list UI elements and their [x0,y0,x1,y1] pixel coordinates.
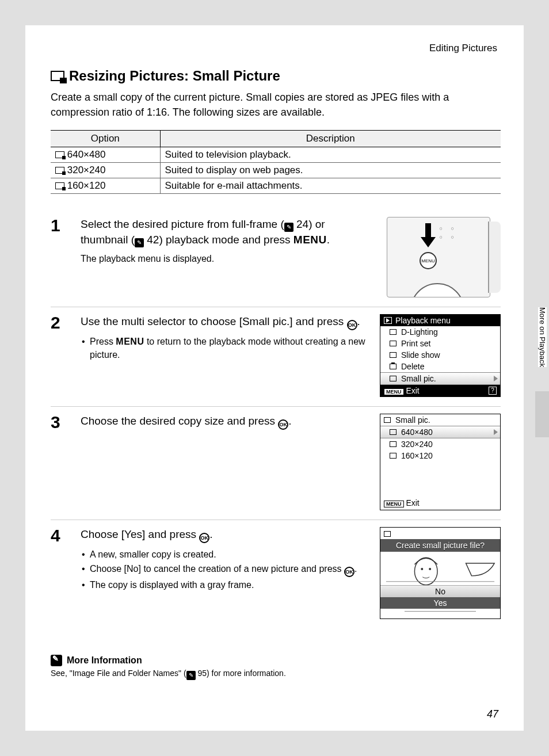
ok-icon: OK [347,320,357,330]
ok-icon: OK [278,419,288,430]
confirm-no: No [380,585,500,597]
step-2: 2 Use the multi selector to choose [Smal… [51,307,501,407]
small-picture-icon [51,71,64,81]
more-info-title: More Information [67,655,142,666]
ref-icon: ✎ [186,671,196,680]
section-header: Editing Pictures [51,43,501,54]
lcd-item-label: 160×120 [401,451,433,460]
page-number: 47 [487,708,498,720]
size-icon [390,429,396,435]
option-label: 160×120 [67,180,106,191]
menu-button-icon: MENU [420,252,437,269]
printset-icon [390,341,396,346]
lcd-small-pic: Small pic. 640×480 320×240 160×120 MENU … [380,414,501,510]
more-info: More Information See, "Image File and Fo… [51,655,501,680]
ok-icon: OK [344,567,354,577]
option-desc: Suited to display on web pages. [160,163,501,178]
step-sub: The playback menu is displayed. [81,252,369,265]
step-number: 4 [51,527,70,619]
confirm-question: Create small picture file? [380,539,500,552]
lcd-item-label: Slide show [401,350,440,360]
step-number: 1 [51,217,70,297]
lcd-item-label: Small pic. [401,374,436,383]
option-desc: Suitable for e-mail attachments. [160,178,501,194]
page: Editing Pictures Resizing Pictures: Smal… [25,25,524,731]
smallpic-icon [390,376,396,381]
option-label: 640×480 [67,149,106,160]
lcd-exit: Exit [406,386,419,395]
camera-illustration: ○ ○ ○○ ○ ○ MENU OK [380,217,501,297]
step-number: 2 [51,314,70,397]
step-title: Choose [Yes] and press OK. [81,527,369,543]
side-tab-label: More on Playback [538,307,547,367]
playback-icon [384,317,392,324]
svg-point-1 [421,568,423,570]
main-title-text: Resizing Pictures: Small Picture [69,68,280,84]
lcd-item-label: D-Lighting [401,327,438,337]
more-info-body: See, "Image File and Folder Names" (✎ 95… [51,669,501,680]
lcd-item-label: Delete [401,362,424,371]
smallpic-icon [384,417,391,423]
step-4: 4 Choose [Yes] and press OK. A new, smal… [51,520,501,628]
intro-text: Create a small copy of the current pictu… [51,90,501,120]
step-title: Select the desired picture from full-fra… [81,217,369,247]
size-icon [390,441,396,447]
menu-button-label: MENU [293,234,327,246]
size-icon [55,151,64,158]
lcd-item-label: 320×240 [401,440,433,449]
step-sub: A new, smaller copy is created. Choose [… [81,548,369,591]
step-number: 3 [51,414,70,510]
size-icon [55,182,64,189]
lcd-title: Playback menu [395,316,451,325]
lcd-item-selected: Small pic. [380,372,500,385]
lcd-title: Small pic. [395,415,430,425]
table-row: 640×480 Suited to television playback. [51,147,501,163]
options-table: Option Description 640×480 Suited to tel… [51,130,501,194]
step-sub: Press MENU to return to the playback mod… [81,335,369,361]
option-desc: Suited to television playback. [160,147,501,163]
dlighting-icon [390,329,396,335]
bullet: A new, smaller copy is created. [81,548,369,561]
smallpic-icon [384,531,391,537]
menu-label-icon: MENU [384,388,404,395]
confirm-yes: Yes [380,597,500,609]
menu-button-label: MENU [116,337,144,346]
svg-point-2 [429,568,431,570]
step-1: 1 Select the desired picture from full-f… [51,210,501,307]
delete-icon [390,364,396,369]
ok-icon: OK [199,533,209,543]
menu-label-icon: MENU [384,501,404,507]
bullet: The copy is displayed with a gray frame. [81,578,369,591]
step-3: 3 Choose the desired copy size and press… [51,407,501,520]
side-tab-thumb [535,391,549,437]
lcd-item-label: 640×480 [401,427,433,437]
th-option: Option [51,131,160,147]
size-icon [390,453,396,459]
lcd-playback-menu: Playback menu D-Lighting Print set Slide… [380,314,501,397]
ref-icon: ✎ [135,238,144,247]
ref-icon: ✎ [284,223,293,232]
table-row: 160×120 Suitable for e-mail attachments. [51,178,501,194]
lcd-item-selected: 640×480 [380,426,500,438]
lcd-exit: Exit [406,498,419,507]
slideshow-icon [390,352,396,358]
help-icon: ? [489,387,497,395]
lcd-confirm: Create small picture file? No Yes [380,527,501,619]
step-title: Choose the desired copy size and press O… [81,414,369,430]
step-title: Use the multi selector to choose [Small … [81,314,369,330]
main-title: Resizing Pictures: Small Picture [51,68,501,84]
bullet: Choose [No] to cancel the creation of a … [81,562,369,577]
size-icon [55,167,64,174]
table-row: 320×240 Suited to display on web pages. [51,163,501,178]
option-label: 320×240 [67,165,106,175]
lcd-item-label: Print set [401,339,430,348]
note-icon [51,655,62,666]
th-description: Description [160,131,501,147]
arrow-down-icon [420,222,437,249]
confirm-illustration [380,552,500,585]
